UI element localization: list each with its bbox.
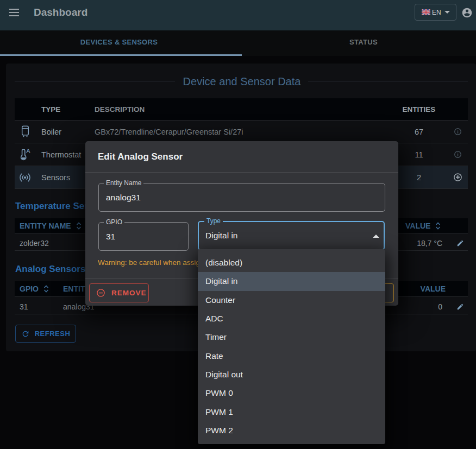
svg-text:A: A [26, 148, 30, 154]
